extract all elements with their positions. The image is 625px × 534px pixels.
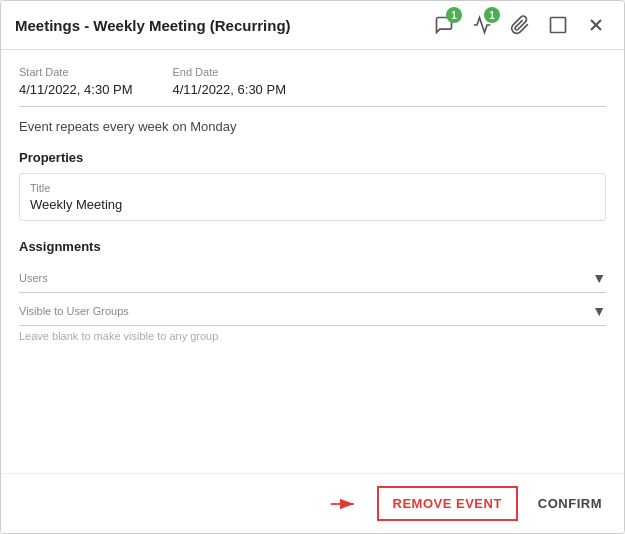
window-title: Meetings - Weekly Meeting (Recurring) <box>15 17 291 34</box>
dates-row: Start Date 4/11/2022, 4:30 PM End Date 4… <box>19 66 606 107</box>
start-date-group: Start Date 4/11/2022, 4:30 PM <box>19 66 132 98</box>
footer: REMOVE EVENT CONFIRM <box>1 473 624 533</box>
title-field-wrapper: Title Weekly Meeting <box>19 173 606 221</box>
activity-icon-btn[interactable]: 1 <box>468 11 496 39</box>
titlebar-actions: 1 1 <box>430 11 610 39</box>
properties-section: Properties Title Weekly Meeting <box>19 146 606 221</box>
main-content: Start Date 4/11/2022, 4:30 PM End Date 4… <box>1 50 624 473</box>
confirm-button[interactable]: CONFIRM <box>534 488 606 519</box>
start-date-value: 4/11/2022, 4:30 PM <box>19 82 132 97</box>
maximize-icon <box>548 15 568 35</box>
close-icon <box>586 15 606 35</box>
users-dropdown-arrow: ▼ <box>592 270 606 286</box>
activity-badge: 1 <box>484 7 500 23</box>
users-label: Users <box>19 272 48 284</box>
assignments-section: Assignments Users ▼ Visible to User Grou… <box>19 235 606 342</box>
users-field-wrapper: Users ▼ Visible to User Groups ▼ Leave b… <box>19 264 606 342</box>
chat-icon-btn[interactable]: 1 <box>430 11 458 39</box>
assignments-hint: Leave blank to make visible to any group <box>19 330 606 342</box>
remove-event-button[interactable]: REMOVE EVENT <box>377 486 518 521</box>
title-value: Weekly Meeting <box>30 197 595 212</box>
close-icon-btn[interactable] <box>582 11 610 39</box>
arrow-icon <box>329 494 361 514</box>
end-date-label: End Date <box>172 66 285 78</box>
paperclip-icon <box>510 15 530 35</box>
title-field-group: Title Weekly Meeting <box>19 173 606 221</box>
start-date-label: Start Date <box>19 66 132 78</box>
assignments-label: Assignments <box>19 239 606 254</box>
user-groups-label: Visible to User Groups <box>19 305 129 317</box>
recurrence-text: Event repeats every week on Monday <box>19 117 606 136</box>
svg-rect-0 <box>551 18 566 33</box>
properties-label: Properties <box>19 150 606 165</box>
user-groups-dropdown[interactable]: Visible to User Groups ▼ <box>19 297 606 326</box>
title-label: Title <box>30 182 595 194</box>
chat-badge: 1 <box>446 7 462 23</box>
maximize-icon-btn[interactable] <box>544 11 572 39</box>
titlebar: Meetings - Weekly Meeting (Recurring) 1 … <box>1 1 624 50</box>
arrow-container <box>329 494 361 514</box>
end-date-group: End Date 4/11/2022, 6:30 PM <box>172 66 285 98</box>
users-dropdown[interactable]: Users ▼ <box>19 264 606 293</box>
main-window: Meetings - Weekly Meeting (Recurring) 1 … <box>0 0 625 534</box>
attachment-icon-btn[interactable] <box>506 11 534 39</box>
user-groups-dropdown-arrow: ▼ <box>592 303 606 319</box>
end-date-value: 4/11/2022, 6:30 PM <box>172 82 285 97</box>
